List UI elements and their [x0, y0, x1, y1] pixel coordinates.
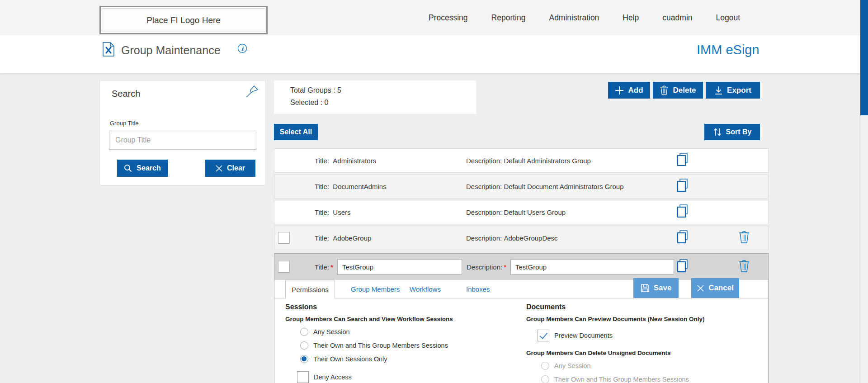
row-desc-label: Description:: [466, 234, 502, 242]
page-title: Group Maintenance: [121, 44, 221, 57]
row-title-value: DocumentAdmins: [333, 183, 386, 190]
row-desc-label: Description:: [466, 208, 502, 216]
search-icon: [124, 164, 132, 173]
add-button[interactable]: Add: [608, 82, 650, 99]
row-title-label: Title:: [315, 183, 329, 190]
nav-logout[interactable]: Logout: [716, 13, 741, 23]
radio-label: Their Own and This Group Members Session…: [313, 342, 448, 349]
group-editor-row: Title:* Description:*: [274, 254, 768, 280]
delete-group-icon[interactable]: [738, 230, 750, 246]
documents-section: Documents Group Members Can Preview Docu…: [526, 298, 761, 383]
radio-own-sessions-only[interactable]: [300, 355, 308, 363]
copy-group-icon[interactable]: [676, 259, 689, 275]
main-nav: Processing Reporting Administration Help…: [429, 0, 740, 35]
close-icon: [697, 284, 704, 292]
nav-processing[interactable]: Processing: [429, 13, 468, 23]
plus-icon: [615, 86, 624, 95]
scrollbar-thumb[interactable]: [860, 0, 868, 115]
copy-group-icon[interactable]: [676, 152, 689, 169]
row-title-value: Administrators: [333, 157, 376, 165]
fi-logo-text: Place FI Logo Here: [146, 15, 221, 25]
top-bar: Place FI Logo Here Processing Reporting …: [0, 0, 868, 35]
row-title-label: Title:: [315, 157, 329, 165]
documents-heading: Documents: [526, 303, 761, 311]
row-title-value: Users: [333, 208, 350, 216]
row-checkbox[interactable]: [278, 232, 290, 244]
search-button[interactable]: Search: [117, 160, 168, 177]
sort-icon: [713, 128, 722, 137]
radio-label: Their Own Sessions Only: [313, 355, 387, 363]
export-button[interactable]: Export: [706, 82, 760, 99]
nav-help[interactable]: Help: [623, 13, 639, 23]
select-all-button[interactable]: Select All: [274, 124, 318, 140]
group-row-documentadmins[interactable]: Title: DocumentAdmins Description: Defau…: [274, 174, 769, 199]
radio-own-and-group-sessions[interactable]: [300, 341, 308, 350]
row-title-label: Title:: [315, 234, 329, 242]
radio-label: Any Session: [313, 328, 350, 336]
cancel-button[interactable]: Cancel: [691, 278, 739, 298]
nav-administration[interactable]: Administration: [549, 13, 599, 23]
copy-group-icon[interactable]: [676, 204, 689, 220]
preview-documents-question: Group Members Can Preview Documents (New…: [526, 316, 761, 322]
nav-user-cuadmin[interactable]: cuadmin: [662, 13, 692, 23]
radio-label: Their Own and This Group Members Session…: [554, 376, 689, 383]
save-button[interactable]: Save: [633, 278, 679, 298]
required-marker: *: [504, 263, 506, 271]
row-desc-label: Description:: [466, 157, 502, 165]
svg-text:i: i: [241, 46, 244, 52]
nav-reporting[interactable]: Reporting: [491, 13, 526, 23]
editor-tabstrip: Permissions Group Members Workflows Inbo…: [274, 280, 768, 298]
delete-unsigned-question: Group Members Can Delete Unsigned Docume…: [526, 350, 761, 356]
group-editor-card: Title:* Description:* Permissions Group …: [274, 253, 769, 383]
info-icon[interactable]: i: [237, 43, 247, 55]
sessions-section: Sessions Group Members Can Search and Vi…: [285, 298, 520, 383]
search-panel: Search Group Title Search Clear: [99, 80, 266, 185]
fi-logo-placeholder: Place FI Logo Here: [99, 6, 268, 34]
tab-group-members[interactable]: Group Members: [351, 280, 400, 298]
group-row-users[interactable]: Title: Users Description: Default Users …: [274, 200, 769, 224]
pin-icon[interactable]: [245, 85, 259, 101]
clear-button[interactable]: Clear: [205, 160, 255, 177]
delete-group-icon[interactable]: [738, 259, 750, 274]
trash-icon: [660, 85, 669, 95]
group-row-administrators[interactable]: Title: Administrators Description: Defau…: [274, 148, 769, 173]
row-desc-label: Description:: [466, 183, 502, 190]
group-title-label: Group Title: [110, 120, 139, 127]
row-desc-value: Default Administrators Group: [504, 157, 591, 165]
tab-workflows[interactable]: Workflows: [410, 280, 441, 298]
editor-description-input[interactable]: [510, 259, 674, 274]
radio-any-session[interactable]: [300, 328, 308, 336]
sessions-question: Group Members Can Search and View Workfl…: [285, 316, 520, 322]
copy-group-icon[interactable]: [676, 178, 689, 194]
permissions-panel: Sessions Group Members Can Search and Vi…: [274, 298, 768, 383]
radio-label: Any Session: [554, 362, 591, 369]
delete-button[interactable]: Delete: [653, 82, 703, 99]
sessions-heading: Sessions: [285, 303, 520, 311]
editor-title-label: Title:: [315, 263, 329, 271]
preview-documents-label: Preview Documents: [554, 332, 613, 339]
deny-access-checkbox[interactable]: [297, 371, 309, 383]
row-checkbox[interactable]: [278, 261, 290, 273]
group-title-input[interactable]: [109, 131, 256, 150]
group-row-adobegroup[interactable]: Title: AdobeGroup Description: AdobeGrou…: [274, 226, 769, 250]
groups-summary: Total Groups : 5 Selected : 0: [274, 80, 476, 114]
download-icon: [714, 86, 723, 95]
copy-group-icon[interactable]: [676, 230, 689, 246]
row-desc-value: Default Document Administrators Group: [504, 183, 623, 190]
search-panel-title: Search: [112, 89, 140, 99]
editor-description-label: Description:: [467, 263, 502, 271]
deny-access-label: Deny Access: [314, 374, 352, 381]
radio-delete-any-session[interactable]: [541, 362, 549, 370]
editor-title-input[interactable]: [337, 259, 462, 274]
group-maintenance-page: Place FI Logo Here Processing Reporting …: [0, 0, 868, 383]
tab-inboxes[interactable]: Inboxes: [466, 280, 490, 298]
row-title-value: AdobeGroup: [333, 234, 371, 242]
sort-by-button[interactable]: Sort By: [704, 124, 760, 140]
tab-permissions[interactable]: Permissions: [285, 280, 335, 299]
vertical-scrollbar[interactable]: [860, 0, 868, 383]
radio-delete-own-and-group[interactable]: [541, 375, 549, 383]
close-icon: [215, 165, 223, 172]
required-marker: *: [330, 263, 333, 271]
preview-documents-checkbox[interactable]: [538, 330, 549, 341]
save-icon: [641, 284, 650, 293]
